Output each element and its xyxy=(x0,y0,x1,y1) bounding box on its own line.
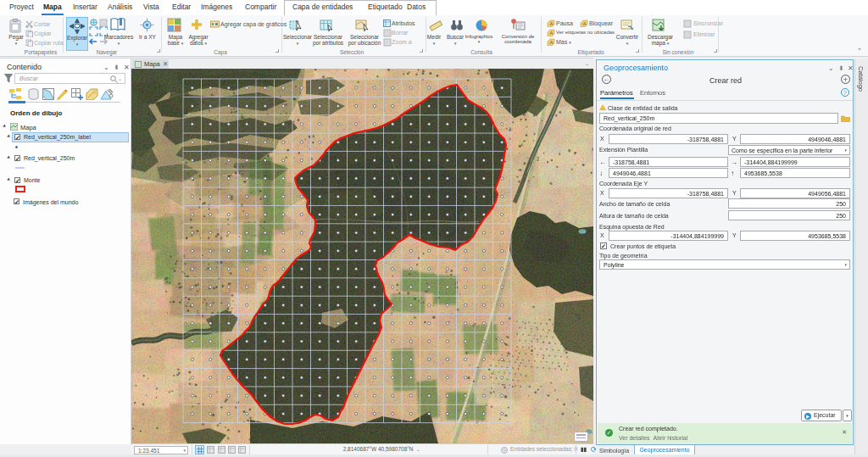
svg-text:A: A xyxy=(549,31,553,36)
svg-text:A: A xyxy=(582,21,586,26)
svg-text:A: A xyxy=(549,40,553,45)
svg-text:A: A xyxy=(549,21,553,26)
